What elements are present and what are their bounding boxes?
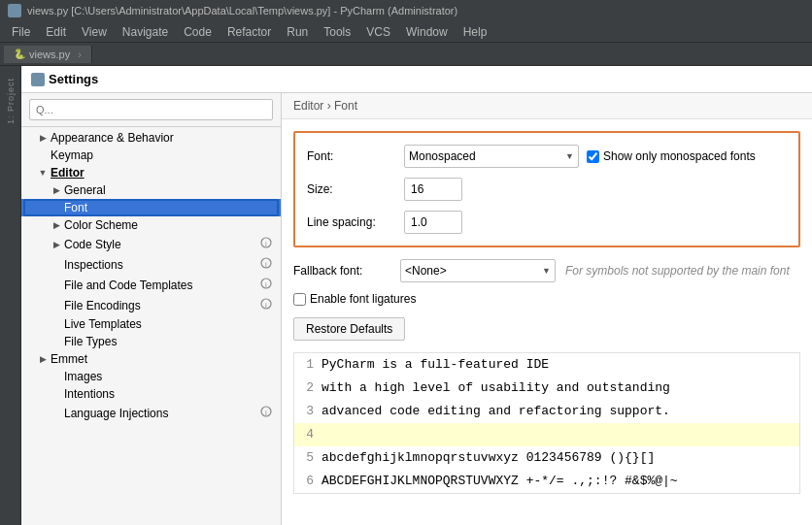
sidebar-item-label: Images [64,370,102,383]
collapse-arrow: ▶ [51,219,62,231]
collapse-arrow: ▶ [37,353,49,365]
tab-views-py[interactable]: 🐍 views.py › [4,46,92,63]
linespacing-row: Line spacing: [307,211,787,234]
sidebar-item-colorscheme[interactable]: ▶ Color Scheme [21,216,281,234]
menu-view[interactable]: View [74,23,115,41]
sidebar-item-label: Code Style [64,238,121,251]
collapse-arrow [51,336,62,347]
sidebar-item-languageinjections[interactable]: Language Injections i [21,403,281,423]
menu-window[interactable]: Window [398,23,456,41]
badge-icon: i [259,277,273,293]
preview-line: 6 ABCDEFGHIJKLMNOPQRSTUVWXYZ +-*/= .,;:!… [294,470,799,493]
menu-refactor[interactable]: Refactor [220,23,279,41]
sidebar-item-intentions[interactable]: Intentions [21,385,281,403]
fallback-hint: For symbols not supported by the main fo… [565,264,790,278]
menu-run[interactable]: Run [279,23,316,41]
show-monospaced-label: Show only monospaced fonts [587,149,756,163]
tab-label: views.py [29,49,70,60]
preview-line: 5 abcdefghijklmnopqrstuvwxyz 0123456789 … [294,446,799,470]
settings-dialog: Settings ▶ Appearance & Behavior [21,66,812,525]
settings-header: Settings [21,66,812,93]
main-content: 1: Project Settings ▶ Appearance & Behav… [0,66,812,525]
title-text: views.py [C:\Users\Administrator\AppData… [27,5,457,16]
sidebar-item-keymap[interactable]: Keymap [21,147,281,164]
tree-search-input[interactable] [29,99,273,120]
menu-navigate[interactable]: Navigate [115,23,176,41]
svg-text:i: i [265,409,267,417]
sidebar-item-label: Editor [51,166,85,180]
ligatures-checkbox[interactable] [293,293,306,306]
tree-search-container [21,93,281,127]
menu-file[interactable]: File [4,23,38,41]
tree-items: ▶ Appearance & Behavior Keymap ▼ Editor [21,127,281,525]
line-text: abcdefghijklmnopqrstuvwxyz 0123456789 ()… [321,446,655,470]
sidebar-item-label: Inspections [64,258,123,272]
sidebar-item-filecodetemplates[interactable]: File and Code Templates i [21,275,281,295]
fallback-dropdown[interactable]: <None> ▼ [400,259,556,282]
sidebar-item-label: File Types [64,335,117,348]
breadcrumb: Editor › Font [282,93,812,119]
tree-panel: ▶ Appearance & Behavior Keymap ▼ Editor [21,93,282,525]
chevron-down-icon: ▼ [565,151,574,161]
size-row: Size: [307,178,787,201]
sidebar-item-label: Font [64,201,87,214]
collapse-arrow [37,149,49,161]
sidebar-item-images[interactable]: Images [21,368,281,385]
sidebar-item-filetypes[interactable]: File Types [21,333,281,350]
size-input[interactable] [404,178,462,201]
collapse-arrow: ▶ [51,239,62,250]
collapse-arrow [51,279,62,291]
svg-text:i: i [265,240,267,248]
size-label: Size: [307,182,404,196]
sidebar-item-livetemplates[interactable]: Live Templates [21,315,281,333]
sidebar-item-general[interactable]: ▶ General [21,181,281,199]
menu-vcs[interactable]: VCS [358,23,398,41]
menu-code[interactable]: Code [176,23,220,41]
line-text: advanced code editing and refactoring su… [321,400,670,423]
line-number: 1 [298,353,314,377]
menu-help[interactable]: Help [456,23,495,41]
badge-icon: i [259,236,273,252]
tab-bar: 🐍 views.py › [0,43,812,66]
sidebar-item-font[interactable]: Font [21,199,281,216]
sidebar-item-label: Color Scheme [64,218,138,232]
sidebar-item-emmet[interactable]: ▶ Emmet [21,350,281,368]
collapse-arrow [51,259,62,271]
sidebar-item-label: Intentions [64,387,115,401]
line-number: 6 [298,470,314,493]
font-dropdown[interactable]: Monospaced ▼ [404,145,579,168]
collapse-arrow: ▼ [37,167,49,179]
show-monospaced-checkbox[interactable] [587,150,599,163]
sidebar-item-label: File and Code Templates [64,279,193,292]
menu-tools[interactable]: Tools [316,23,358,41]
collapse-arrow [51,300,62,312]
sidebar-item-inspections[interactable]: Inspections i [21,254,281,275]
sidebar-item-appearance[interactable]: ▶ Appearance & Behavior [21,129,281,147]
line-text: PyCharm is a full-featured IDE [321,353,549,377]
collapse-arrow [51,388,62,400]
menu-edit[interactable]: Edit [38,23,74,41]
tab-icon: 🐍 [14,49,25,59]
ligatures-row: Enable font ligatures [293,292,800,306]
collapse-arrow [51,371,62,382]
sidebar-item-codestyle[interactable]: ▶ Code Style i [21,234,281,254]
sidebar-item-editor[interactable]: ▼ Editor [21,164,281,181]
sidebar-item-fileencodings[interactable]: File Encodings i [21,295,281,315]
font-dropdown-value: Monospaced [409,149,476,163]
line-text: with a high level of usability and outst… [321,377,670,400]
ligatures-label: Enable font ligatures [293,292,416,306]
collapse-arrow [51,202,62,213]
restore-defaults-button[interactable]: Restore Defaults [293,317,405,341]
sidebar-item-label: General [64,183,106,197]
ligatures-text: Enable font ligatures [310,292,416,306]
settings-body: ▶ Appearance & Behavior Keymap ▼ Editor [21,93,812,525]
tab-separator: › [78,49,82,60]
collapse-arrow: ▶ [51,184,62,196]
project-sidebar: 1: Project [0,66,21,525]
line-number: 3 [298,400,314,423]
content-panel: Editor › Font Font: Monospaced ▼ [282,93,812,525]
linespacing-input[interactable] [404,211,462,234]
show-monospaced-text: Show only monospaced fonts [603,149,756,163]
collapse-arrow [51,408,62,419]
line-number: 2 [298,377,314,400]
